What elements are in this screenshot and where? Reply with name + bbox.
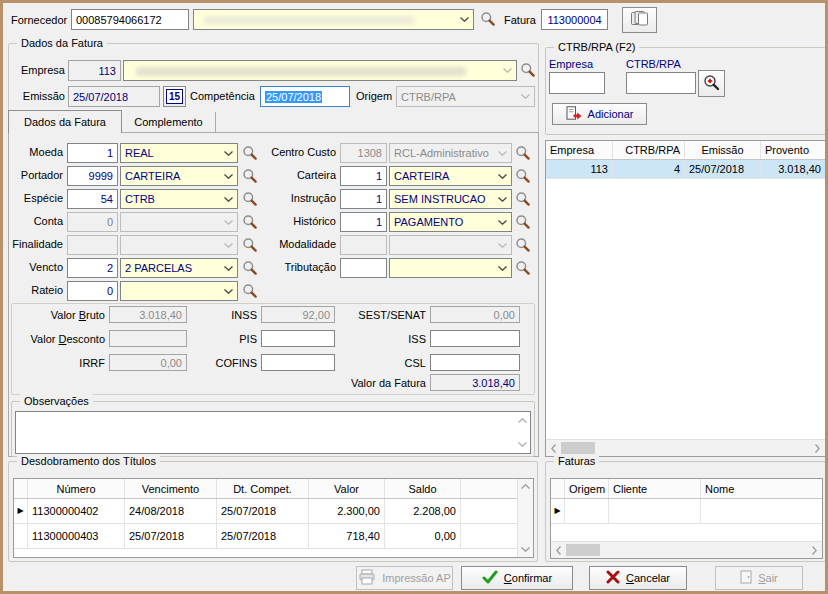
scroll-down-icon[interactable] [518,542,533,557]
pis-input[interactable] [261,330,335,347]
historico-code-input[interactable]: 1 [340,212,387,232]
observacoes-textarea[interactable] [15,411,531,454]
instrucao-combo[interactable]: SEM INSTRUCAO [389,189,512,209]
confirmar-button[interactable]: Confirmar [461,566,573,590]
iss-input[interactable] [430,330,520,347]
search-icon[interactable] [520,62,536,78]
scrollbar-thumb[interactable] [566,544,600,556]
tab-complemento[interactable]: Complemento [122,112,216,132]
competencia-input[interactable]: 25/07/2018 [260,86,350,107]
marker-column-header [551,479,565,498]
ctrb-ctrb-input[interactable] [626,72,696,94]
scroll-left-icon[interactable] [551,543,566,558]
csl-input[interactable] [430,354,520,371]
col-origem[interactable]: Origem [565,479,609,498]
col-cliente[interactable]: Cliente [609,479,701,498]
faturas-header-row: Origem Cliente Nome [551,479,822,499]
ctrb-search-button[interactable] [698,70,725,97]
scroll-down-icon[interactable] [515,437,530,452]
chevron-down-icon[interactable] [457,11,472,28]
tab-dados-da-fatura[interactable]: Dados da Fatura [8,110,122,133]
scroll-up-icon[interactable] [515,413,530,428]
carteira-code-input[interactable]: 1 [340,166,387,186]
vencto-code-input[interactable]: 2 [67,258,118,278]
col-saldo[interactable]: Saldo [385,479,461,498]
row-marker: ▶ [551,499,565,523]
col-emissao[interactable]: Emissão [685,141,761,159]
combo-value: CARTEIRA [125,170,180,182]
col-valor[interactable]: Valor [309,479,385,498]
scroll-right-icon[interactable] [807,543,822,558]
col-numero[interactable]: Número [28,479,125,498]
table-row[interactable]: ▶ [551,499,822,524]
add-document-icon [566,106,582,122]
table-row[interactable]: ▶ 11300000402 24/08/2018 25/07/2018 2.30… [14,499,533,524]
col-empresa[interactable]: Empresa [546,141,613,159]
cancelar-button[interactable]: Cancelar [589,566,687,590]
zoom-plus-icon [703,74,721,94]
moeda-code-input[interactable]: 1 [67,143,118,163]
horizontal-scrollbar[interactable] [551,541,822,558]
instrucao-code-input[interactable]: 1 [340,189,387,209]
search-icon[interactable] [480,11,496,27]
rateio-code-input[interactable]: 0 [67,281,118,301]
code-value: 9999 [89,170,113,182]
col-provento[interactable]: Provento [761,141,825,159]
search-icon[interactable] [515,145,531,161]
table-row[interactable]: 113 4 25/07/2018 3.018,40 [546,160,825,179]
vencto-combo[interactable]: 2 PARCELAS [120,258,238,278]
col-vencimento[interactable]: Vencimento [125,479,217,498]
portador-combo[interactable]: CARTEIRA [120,166,238,186]
rateio-combo[interactable] [120,281,238,301]
carteira-combo[interactable]: CARTEIRA [389,166,512,186]
chevron-down-icon[interactable] [221,260,236,276]
col-dt-compet[interactable]: Dt. Compet. [217,479,309,498]
portador-code-input[interactable]: 9999 [67,166,118,186]
chevron-down-icon[interactable] [221,191,236,207]
adicionar-button[interactable]: Adicionar [552,103,647,125]
col-nome[interactable]: Nome [701,479,822,498]
col-ctrb-rpa[interactable]: CTRB/RPA [613,141,685,159]
x-icon [606,570,620,586]
calendar-button[interactable]: 15 [163,86,186,107]
especie-code-input[interactable]: 54 [67,189,118,209]
chevron-down-icon[interactable] [495,191,510,207]
impressao-ap-button[interactable]: Impressão AP [356,566,453,590]
faturas-group-title: Faturas [554,454,599,468]
chevron-down-icon[interactable] [495,260,510,276]
valor-desconto-field [109,330,187,347]
fatura-number-field[interactable]: 113000004 [541,9,608,30]
emissao-value: 25/07/2018 [73,91,128,103]
chevron-down-icon[interactable] [221,168,236,184]
especie-combo[interactable]: CTRB [120,189,238,209]
search-icon[interactable] [515,191,531,207]
vertical-scrollbar[interactable] [517,479,533,557]
tributacao-combo[interactable] [389,258,512,278]
search-icon[interactable] [515,214,531,230]
search-icon[interactable] [515,260,531,276]
code-value: 1 [376,193,382,205]
competencia-value: 25/07/2018 [265,91,322,103]
search-icon[interactable] [515,168,531,184]
chevron-down-icon[interactable] [495,168,510,184]
copy-fatura-button[interactable] [622,7,657,33]
sair-button[interactable]: Sair [715,566,803,590]
redacted-text [136,67,466,76]
scroll-up-icon[interactable] [518,479,533,494]
marker-column-header [14,479,28,498]
ctrb-empresa-input[interactable] [549,72,605,94]
cofins-input[interactable] [261,354,335,371]
fornecedor-name-combo[interactable] [193,9,474,30]
chevron-down-icon[interactable] [495,214,510,230]
moeda-combo[interactable]: REAL [120,143,238,163]
search-icon[interactable] [242,283,258,299]
chevron-down-icon[interactable] [221,145,236,161]
table-row[interactable]: 11300000403 25/07/2018 25/07/2018 718,40… [14,524,533,549]
historico-combo[interactable]: PAGAMENTO [389,212,512,232]
search-icon[interactable] [515,237,531,253]
scrollbar-thumb[interactable] [561,442,595,454]
scroll-right-icon[interactable] [810,441,825,456]
chevron-down-icon[interactable] [221,283,236,299]
fornecedor-code-input[interactable]: 00085794066172 [71,9,189,30]
tributacao-code-input[interactable] [340,258,387,278]
